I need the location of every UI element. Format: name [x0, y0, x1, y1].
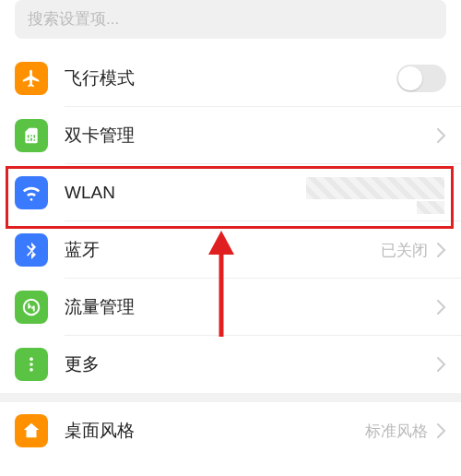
censored-value: [306, 177, 444, 199]
row-desktop-style-label: 桌面风格: [65, 419, 365, 443]
row-desktop-style[interactable]: 桌面风格 标准风格: [0, 402, 461, 459]
toggle-knob: [398, 66, 422, 90]
bluetooth-icon: [15, 233, 48, 267]
data-usage-icon: [15, 291, 48, 324]
wifi-icon: [15, 176, 48, 209]
search-wrap: [0, 0, 461, 50]
search-input[interactable]: [28, 10, 433, 29]
row-dualsim-label: 双卡管理: [65, 124, 437, 148]
search-box[interactable]: [15, 0, 446, 39]
settings-list-1: 飞行模式 双卡管理 WLAN 蓝牙 已关闭: [0, 50, 461, 393]
row-dualsim[interactable]: 双卡管理: [0, 107, 461, 164]
row-desktop-style-value: 标准风格: [365, 421, 428, 442]
chevron-right-icon: [437, 243, 446, 257]
chevron-right-icon: [437, 423, 446, 438]
settings-list-2: 桌面风格 标准风格: [0, 402, 461, 459]
chevron-right-icon: [437, 300, 446, 315]
chevron-right-icon: [437, 357, 446, 372]
row-more-label: 更多: [65, 352, 437, 376]
chevron-right-icon: [437, 128, 446, 143]
home-style-icon: [15, 414, 48, 447]
svg-point-2: [30, 363, 33, 366]
svg-point-3: [30, 368, 33, 372]
row-bluetooth[interactable]: 蓝牙 已关闭: [0, 221, 461, 279]
row-data-usage[interactable]: 流量管理: [0, 279, 461, 336]
airplane-toggle[interactable]: [396, 65, 446, 92]
row-bluetooth-label: 蓝牙: [65, 238, 381, 262]
settings-screen: 飞行模式 双卡管理 WLAN 蓝牙 已关闭: [0, 0, 461, 476]
row-data-usage-label: 流量管理: [65, 295, 437, 319]
section-gap: [0, 393, 461, 402]
row-airplane-label: 飞行模式: [65, 66, 396, 90]
row-more[interactable]: 更多: [0, 336, 461, 393]
row-bluetooth-value: 已关闭: [381, 240, 428, 261]
svg-point-0: [24, 300, 40, 315]
censored-value-2: [417, 201, 444, 214]
more-icon: [15, 348, 48, 381]
row-wlan[interactable]: WLAN: [0, 164, 461, 221]
row-airplane[interactable]: 飞行模式: [0, 50, 461, 107]
sim-card-icon: [15, 119, 48, 152]
svg-point-1: [30, 357, 33, 361]
airplane-icon: [15, 62, 48, 95]
